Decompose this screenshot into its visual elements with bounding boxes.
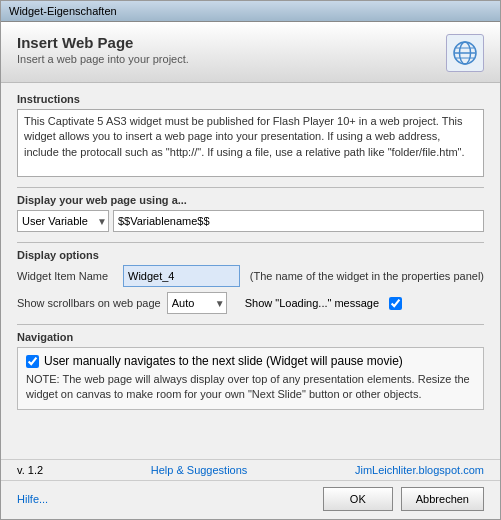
widget-name-row: Widget Item Name (The name of the widget…: [17, 265, 484, 287]
instructions-text: This Captivate 5 AS3 widget must be publ…: [24, 115, 465, 158]
instructions-title: Instructions: [17, 93, 484, 105]
dialog-header: Insert Web Page Insert a web page into y…: [1, 22, 500, 83]
navigation-section: Navigation User manually navigates to th…: [17, 331, 484, 410]
divider-2: [17, 242, 484, 243]
footer-info: v. 1.2 Help & Suggestions JimLeichliter.…: [1, 459, 500, 480]
scrollbars-select[interactable]: Auto Yes No: [167, 292, 227, 314]
instructions-section: Instructions This Captivate 5 AS3 widget…: [17, 93, 484, 177]
nav-note: NOTE: The web page will always display o…: [26, 372, 475, 403]
action-buttons: OK Abbrechen: [323, 487, 484, 511]
dialog-container: Widget-Eigenschaften Insert Web Page Ins…: [0, 0, 501, 520]
dialog-content: Instructions This Captivate 5 AS3 widget…: [1, 83, 500, 459]
titlebar-label: Widget-Eigenschaften: [9, 5, 117, 17]
widget-name-note: (The name of the widget in the propertie…: [250, 270, 484, 282]
blog-link[interactable]: JimLeichliter.blogspot.com: [355, 464, 484, 476]
nav-checkbox-label: User manually navigates to the next slid…: [44, 354, 403, 368]
scrollbars-select-wrapper: Auto Yes No ▼: [167, 292, 227, 314]
globe-icon-container: [446, 34, 484, 72]
display-url-input[interactable]: [113, 210, 484, 232]
cancel-button[interactable]: Abbrechen: [401, 487, 484, 511]
display-select[interactable]: User Variable URL/File: [17, 210, 109, 232]
nav-checkbox[interactable]: [26, 355, 39, 368]
options-grid: Widget Item Name (The name of the widget…: [17, 265, 484, 314]
widget-name-input[interactable]: [123, 265, 240, 287]
divider-3: [17, 324, 484, 325]
display-row: User Variable URL/File ▼: [17, 210, 484, 232]
display-options-title: Display options: [17, 249, 484, 261]
ok-button[interactable]: OK: [323, 487, 393, 511]
buttons-row: Hilfe... OK Abbrechen: [1, 480, 500, 519]
display-options-section: Display options Widget Item Name (The na…: [17, 249, 484, 314]
header-text: Insert Web Page Insert a web page into y…: [17, 34, 189, 65]
display-select-wrapper: User Variable URL/File ▼: [17, 210, 109, 232]
globe-icon: [451, 39, 479, 67]
divider-1: [17, 187, 484, 188]
navigation-title: Navigation: [17, 331, 484, 343]
scrollbars-label: Show scrollbars on web page: [17, 297, 161, 309]
nav-checkbox-row: User manually navigates to the next slid…: [26, 354, 475, 368]
header-subtitle: Insert a web page into your project.: [17, 53, 189, 65]
widget-name-label: Widget Item Name: [17, 270, 117, 282]
titlebar: Widget-Eigenschaften: [1, 1, 500, 22]
hilfe-button[interactable]: Hilfe...: [17, 493, 48, 505]
scrollbars-row: Show scrollbars on web page Auto Yes No …: [17, 292, 484, 314]
help-suggestions-link[interactable]: Help & Suggestions: [151, 464, 248, 476]
nav-box: User manually navigates to the next slid…: [17, 347, 484, 410]
display-section-label: Display your web page using a...: [17, 194, 484, 206]
instructions-box: This Captivate 5 AS3 widget must be publ…: [17, 109, 484, 177]
loading-checkbox[interactable]: [389, 297, 402, 310]
header-title: Insert Web Page: [17, 34, 189, 51]
version-text: v. 1.2: [17, 464, 43, 476]
loading-label: Show "Loading..." message: [245, 297, 379, 309]
display-section: Display your web page using a... User Va…: [17, 194, 484, 232]
